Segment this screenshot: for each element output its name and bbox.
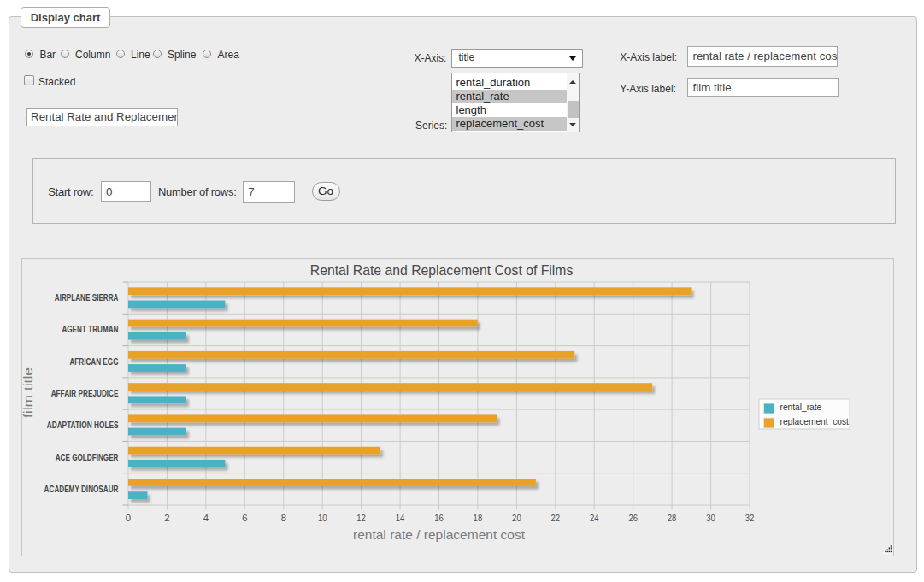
svg-text:28: 28 xyxy=(668,513,677,523)
svg-text:24: 24 xyxy=(590,513,599,523)
svg-text:10: 10 xyxy=(318,513,327,523)
svg-text:film title: film title xyxy=(21,367,35,418)
svg-text:30: 30 xyxy=(706,513,715,523)
svg-text:AGENT TRUMAN: AGENT TRUMAN xyxy=(62,325,118,334)
svg-text:rental_rate: rental_rate xyxy=(780,403,822,412)
svg-text:22: 22 xyxy=(551,513,561,523)
svg-text:18: 18 xyxy=(474,513,483,523)
svg-text:32: 32 xyxy=(745,513,755,523)
svg-text:ACADEMY DINOSAUR: ACADEMY DINOSAUR xyxy=(44,485,120,494)
svg-text:ADAPTATION HOLES: ADAPTATION HOLES xyxy=(47,420,119,430)
svg-text:Rental Rate and Replacement Co: Rental Rate and Replacement Cost of Film… xyxy=(310,262,574,279)
svg-text:0: 0 xyxy=(126,513,131,523)
svg-text:14: 14 xyxy=(396,513,405,523)
svg-text:4: 4 xyxy=(203,513,209,523)
svg-text:rental rate / replacement cost: rental rate / replacement cost xyxy=(353,527,526,542)
svg-text:AFRICAN EGG: AFRICAN EGG xyxy=(69,357,118,367)
svg-text:6: 6 xyxy=(242,513,247,523)
svg-text:AIRPLANE SIERRA: AIRPLANE SIERRA xyxy=(55,293,119,303)
svg-text:ACE GOLDFINGER: ACE GOLDFINGER xyxy=(56,453,119,462)
svg-text:16: 16 xyxy=(434,513,444,523)
svg-text:replacement_cost: replacement_cost xyxy=(780,417,850,426)
svg-text:12: 12 xyxy=(356,513,366,523)
svg-text:8: 8 xyxy=(281,513,286,523)
svg-text:AFFAIR PREJUDICE: AFFAIR PREJUDICE xyxy=(51,389,119,398)
svg-text:2: 2 xyxy=(164,513,169,523)
svg-text:26: 26 xyxy=(628,513,638,523)
svg-text:20: 20 xyxy=(512,513,521,523)
